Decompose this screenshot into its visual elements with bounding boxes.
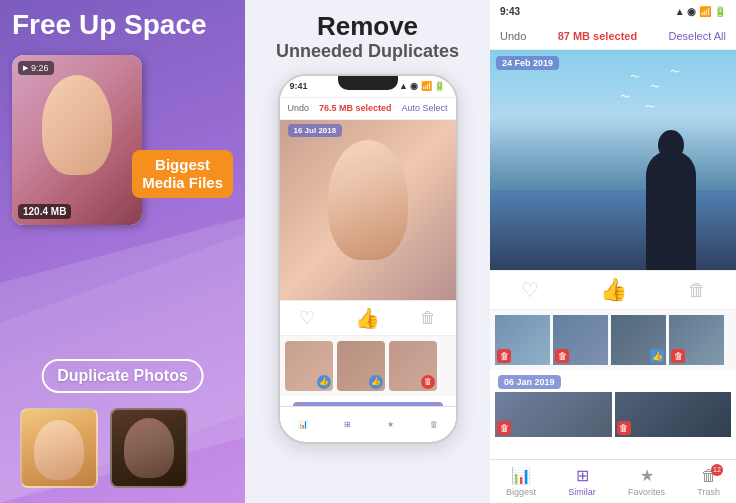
heart-icon[interactable]: ♡ bbox=[299, 307, 315, 329]
phone-toolbar: Undo 76.5 MB selected Auto Select bbox=[280, 98, 456, 120]
trash-count-badge: 12 bbox=[711, 464, 723, 476]
status-time: 9:43 bbox=[500, 6, 520, 17]
seagull-icon: 〜 bbox=[645, 100, 655, 114]
tab-similar[interactable]: ⊞ Similar bbox=[568, 466, 596, 497]
seagull-icon: 〜 bbox=[670, 65, 680, 79]
auto-select-button[interactable]: Auto Select bbox=[401, 103, 447, 113]
selected-badge: 76.5 MB selected bbox=[319, 103, 392, 113]
main-photo-panel3: 24 Feb 2019 〜 〜 〜 〜 〜 bbox=[490, 50, 736, 270]
face-shape bbox=[42, 75, 112, 175]
phone-notch bbox=[338, 76, 398, 90]
date-badge-1: 16 Jul 2018 bbox=[288, 124, 343, 137]
tab-biggest-label: Biggest bbox=[506, 487, 536, 497]
photo-thumb-2 bbox=[110, 408, 188, 488]
thumb-selected-icon: 👍 bbox=[317, 375, 331, 389]
p3-thumb-3[interactable]: 👍 bbox=[611, 315, 666, 365]
tab-trash[interactable]: 🗑 bbox=[430, 420, 438, 429]
p3-thumb-2[interactable]: 🗑 bbox=[553, 315, 608, 365]
thumb-1[interactable]: 👍 bbox=[285, 341, 333, 391]
action-bar: ♡ 👍 🗑 bbox=[490, 270, 736, 310]
panel-free-up-space: Free Up Space 9:26 120.4 MB BiggestMedia… bbox=[0, 0, 245, 503]
tab-similar-label: Similar bbox=[568, 487, 596, 497]
delete-badge: 🗑 bbox=[555, 349, 569, 363]
status-time: 9:41 bbox=[290, 81, 308, 91]
thumb-up-icon[interactable]: 👍 bbox=[355, 306, 380, 330]
thumb-3[interactable]: 🗑 bbox=[389, 341, 437, 391]
delete-badge: 🗑 bbox=[617, 421, 631, 435]
video-badge: 9:26 bbox=[18, 61, 54, 75]
thumbnails-row: 👍 👍 🗑 bbox=[280, 336, 456, 396]
panel-remove-duplicates: Remove Unneeded Duplicates 9:41 ▲ ◉ 📶 🔋 … bbox=[245, 0, 490, 503]
seagull-icon: 〜 bbox=[630, 70, 640, 84]
thumb-selected-icon: 👍 bbox=[369, 375, 383, 389]
date-badge-2: 06 Jan 2019 bbox=[498, 375, 561, 389]
status-icons: ▲ ◉ 📶 🔋 bbox=[399, 81, 445, 91]
duplicate-photos-label: Duplicate Photos bbox=[41, 359, 204, 393]
similar-icon: ⊞ bbox=[576, 466, 589, 485]
landscape-thumb-2[interactable]: 🗑 bbox=[615, 392, 732, 437]
panel2-subtitle: Unneeded Duplicates bbox=[276, 41, 459, 62]
thumb-up-icon[interactable]: 👍 bbox=[600, 277, 627, 303]
status-bar: 9:43 ▲ ◉ 📶 🔋 bbox=[490, 0, 736, 22]
selected-badge: 87 MB selected bbox=[558, 30, 637, 42]
p3-thumb-4[interactable]: 🗑 bbox=[669, 315, 724, 365]
duplicate-photos-row bbox=[20, 408, 188, 488]
delete-badge: 🗑 bbox=[671, 349, 685, 363]
photo-thumb-1 bbox=[20, 408, 98, 488]
panel3-toolbar: Undo 87 MB selected Deselect All bbox=[490, 22, 736, 50]
tab-favorites-label: Favorites bbox=[628, 487, 665, 497]
date-badge-1: 24 Feb 2019 bbox=[496, 56, 559, 70]
tab-trash-label: Trash bbox=[697, 487, 720, 497]
thumbnails-row: 🗑 🗑 👍 🗑 bbox=[490, 310, 736, 370]
seagull-icon: 〜 bbox=[620, 90, 630, 104]
undo-button[interactable]: Undo bbox=[288, 103, 310, 113]
p3-thumb-1[interactable]: 🗑 bbox=[495, 315, 550, 365]
biggest-media-label: BiggestMedia Files bbox=[132, 150, 233, 198]
deselect-all-button[interactable]: Deselect All bbox=[669, 30, 726, 42]
tab-trash[interactable]: 🗑 12 Trash bbox=[697, 467, 720, 497]
landscape-thumbs-row: 🗑 🗑 bbox=[490, 392, 736, 437]
person-head bbox=[658, 130, 684, 160]
action-bar: ♡ 👍 🗑 bbox=[280, 300, 456, 336]
trash-icon[interactable]: 🗑 bbox=[420, 309, 436, 327]
delete-badge: 🗑 bbox=[497, 349, 511, 363]
trash-icon[interactable]: 🗑 bbox=[688, 280, 706, 301]
delete-badge: 🗑 bbox=[497, 421, 511, 435]
keep-badge: 👍 bbox=[650, 349, 664, 363]
tab-favorites[interactable]: ★ bbox=[387, 420, 394, 429]
biggest-icon: 📊 bbox=[511, 466, 531, 485]
undo-button[interactable]: Undo bbox=[500, 30, 526, 42]
bottom-tab-bar: 📊 Biggest ⊞ Similar ★ Favorites 🗑 12 Tra… bbox=[490, 459, 736, 503]
face-shape bbox=[328, 140, 408, 260]
phone-bottom-bar: 📊 ⊞ ★ 🗑 bbox=[280, 406, 456, 442]
panel2-phone: 9:41 ▲ ◉ 📶 🔋 Undo 76.5 MB selected Auto … bbox=[278, 74, 458, 444]
panel1-phone-mockup: 9:26 120.4 MB bbox=[12, 55, 142, 225]
favorites-icon: ★ bbox=[640, 466, 654, 485]
heart-icon[interactable]: ♡ bbox=[521, 278, 539, 302]
tab-favorites[interactable]: ★ Favorites bbox=[628, 466, 665, 497]
tab-biggest[interactable]: 📊 bbox=[298, 420, 308, 429]
landscape-thumb-1[interactable]: 🗑 bbox=[495, 392, 612, 437]
panel2-title: Remove bbox=[317, 12, 418, 41]
tab-biggest[interactable]: 📊 Biggest bbox=[506, 466, 536, 497]
main-photo bbox=[280, 120, 456, 300]
status-icons: ▲ ◉ 📶 🔋 bbox=[675, 6, 726, 17]
panel1-title: Free Up Space bbox=[12, 10, 207, 41]
tab-similar[interactable]: ⊞ bbox=[344, 420, 351, 429]
phone-image bbox=[12, 55, 142, 225]
thumb-delete-icon: 🗑 bbox=[421, 375, 435, 389]
file-size-badge: 120.4 MB bbox=[18, 204, 71, 219]
panel-similar: 9:43 ▲ ◉ 📶 🔋 Undo 87 MB selected Deselec… bbox=[490, 0, 736, 503]
thumb-2[interactable]: 👍 bbox=[337, 341, 385, 391]
seagull-icon: 〜 bbox=[650, 80, 660, 94]
person-silhouette bbox=[646, 150, 696, 270]
